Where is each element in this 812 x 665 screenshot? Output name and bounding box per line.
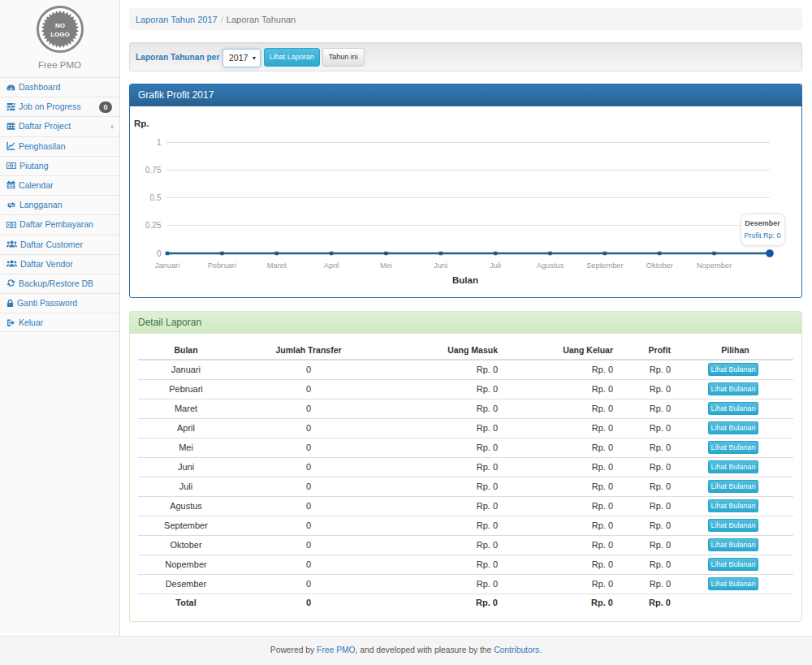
svg-text:Juni: Juni: [434, 261, 447, 270]
svg-text:NO: NO: [55, 22, 65, 29]
svg-text:April: April: [324, 261, 339, 270]
svg-text:LOGO: LOGO: [50, 31, 70, 38]
svg-text:Mei: Mei: [380, 261, 392, 270]
svg-text:0.75: 0.75: [145, 166, 162, 175]
svg-text:Bulan: Bulan: [452, 275, 478, 285]
svg-text:0: 0: [157, 249, 162, 258]
svg-text:Rp.: Rp.: [134, 119, 149, 128]
svg-text:September: September: [586, 261, 623, 270]
svg-text:Agustus: Agustus: [537, 261, 564, 270]
svg-text:Pebruari: Pebruari: [208, 261, 236, 270]
svg-text:1: 1: [157, 138, 162, 147]
svg-text:Nopember: Nopember: [697, 261, 732, 270]
svg-text:Juli: Juli: [490, 261, 501, 270]
svg-text:0.5: 0.5: [150, 193, 162, 202]
svg-text:Oktober: Oktober: [646, 261, 673, 270]
svg-text:0.25: 0.25: [145, 221, 162, 230]
svg-text:Januari: Januari: [155, 261, 180, 270]
svg-text:Maret: Maret: [267, 261, 287, 270]
